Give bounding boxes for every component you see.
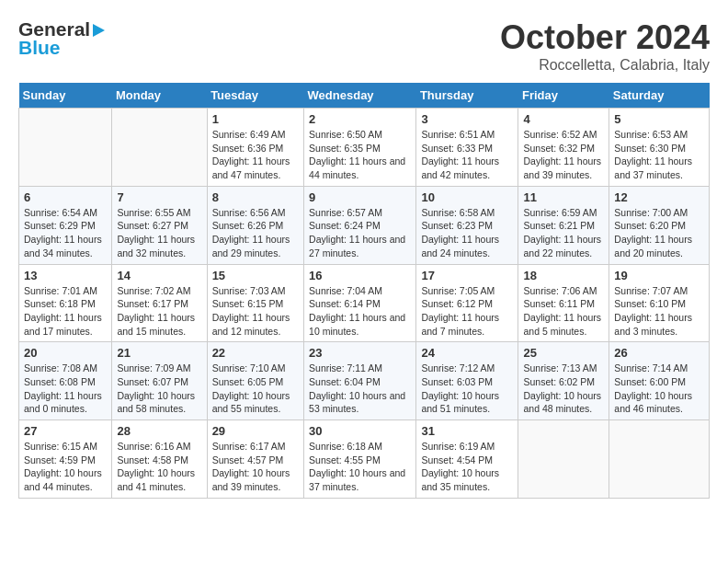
table-row: 14Sunrise: 7:02 AM Sunset: 6:17 PM Dayli… <box>112 264 207 342</box>
day-number: 5 <box>614 112 704 126</box>
day-number: 22 <box>212 346 299 360</box>
day-info: Sunrise: 6:15 AM Sunset: 4:59 PM Dayligh… <box>24 440 107 494</box>
day-info: Sunrise: 6:55 AM Sunset: 6:27 PM Dayligh… <box>117 206 201 260</box>
logo-blue: Blue <box>18 37 61 59</box>
logo-arrow-icon <box>93 24 105 37</box>
day-number: 30 <box>309 424 411 438</box>
table-row: 17Sunrise: 7:05 AM Sunset: 6:12 PM Dayli… <box>416 264 518 342</box>
day-number: 17 <box>421 269 513 282</box>
day-number: 16 <box>309 269 411 282</box>
table-row: 2Sunrise: 6:50 AM Sunset: 6:35 PM Daylig… <box>304 109 416 187</box>
day-number: 4 <box>523 112 604 126</box>
day-number: 6 <box>24 190 107 204</box>
day-number: 29 <box>212 424 299 438</box>
day-info: Sunrise: 7:02 AM Sunset: 6:17 PM Dayligh… <box>117 284 201 339</box>
col-monday: Monday <box>112 83 207 109</box>
day-number: 26 <box>614 346 704 360</box>
table-row: 30Sunrise: 6:18 AM Sunset: 4:55 PM Dayli… <box>304 420 416 499</box>
day-info: Sunrise: 6:52 AM Sunset: 6:32 PM Dayligh… <box>523 128 604 182</box>
table-row: 18Sunrise: 7:06 AM Sunset: 6:11 PM Dayli… <box>518 264 609 342</box>
day-number: 8 <box>212 190 299 204</box>
day-info: Sunrise: 7:11 AM Sunset: 6:04 PM Dayligh… <box>309 362 411 416</box>
table-row: 29Sunrise: 6:17 AM Sunset: 4:57 PM Dayli… <box>207 420 303 499</box>
day-info: Sunrise: 7:12 AM Sunset: 6:03 PM Dayligh… <box>421 362 513 416</box>
calendar-week-row: 20Sunrise: 7:08 AM Sunset: 6:08 PM Dayli… <box>19 342 710 420</box>
table-row: 28Sunrise: 6:16 AM Sunset: 4:58 PM Dayli… <box>112 420 207 499</box>
day-info: Sunrise: 6:49 AM Sunset: 6:36 PM Dayligh… <box>212 128 299 182</box>
day-info: Sunrise: 6:56 AM Sunset: 6:26 PM Dayligh… <box>212 206 299 260</box>
day-info: Sunrise: 6:51 AM Sunset: 6:33 PM Dayligh… <box>421 128 513 182</box>
table-row: 21Sunrise: 7:09 AM Sunset: 6:07 PM Dayli… <box>112 342 207 420</box>
calendar-week-row: 1Sunrise: 6:49 AM Sunset: 6:36 PM Daylig… <box>19 109 710 187</box>
col-thursday: Thursday <box>416 83 518 109</box>
day-info: Sunrise: 7:01 AM Sunset: 6:18 PM Dayligh… <box>24 284 107 339</box>
day-number: 14 <box>117 269 201 282</box>
table-row: 9Sunrise: 6:57 AM Sunset: 6:24 PM Daylig… <box>304 186 416 264</box>
day-info: Sunrise: 6:54 AM Sunset: 6:29 PM Dayligh… <box>24 206 107 260</box>
calendar-week-row: 27Sunrise: 6:15 AM Sunset: 4:59 PM Dayli… <box>19 420 710 499</box>
day-info: Sunrise: 6:57 AM Sunset: 6:24 PM Dayligh… <box>309 206 411 260</box>
table-row: 25Sunrise: 7:13 AM Sunset: 6:02 PM Dayli… <box>518 342 609 420</box>
day-number: 21 <box>117 346 201 360</box>
table-row: 3Sunrise: 6:51 AM Sunset: 6:33 PM Daylig… <box>416 109 518 187</box>
day-info: Sunrise: 7:07 AM Sunset: 6:10 PM Dayligh… <box>614 284 704 339</box>
table-row: 15Sunrise: 7:03 AM Sunset: 6:15 PM Dayli… <box>207 264 303 342</box>
day-info: Sunrise: 7:09 AM Sunset: 6:07 PM Dayligh… <box>117 362 201 416</box>
table-row: 6Sunrise: 6:54 AM Sunset: 6:29 PM Daylig… <box>19 186 112 264</box>
calendar-header-row: Sunday Monday Tuesday Wednesday Thursday… <box>19 83 710 109</box>
day-number: 25 <box>523 346 604 360</box>
day-info: Sunrise: 6:59 AM Sunset: 6:21 PM Dayligh… <box>523 206 604 260</box>
day-number: 13 <box>24 269 107 282</box>
table-row: 13Sunrise: 7:01 AM Sunset: 6:18 PM Dayli… <box>19 264 112 342</box>
calendar-week-row: 6Sunrise: 6:54 AM Sunset: 6:29 PM Daylig… <box>19 186 710 264</box>
day-number: 27 <box>24 424 107 438</box>
day-number: 23 <box>309 346 411 360</box>
col-wednesday: Wednesday <box>304 83 416 109</box>
table-row: 26Sunrise: 7:14 AM Sunset: 6:00 PM Dayli… <box>609 342 710 420</box>
table-row: 11Sunrise: 6:59 AM Sunset: 6:21 PM Dayli… <box>518 186 609 264</box>
day-info: Sunrise: 6:16 AM Sunset: 4:58 PM Dayligh… <box>117 440 201 494</box>
logo: General Blue <box>18 18 105 59</box>
day-info: Sunrise: 6:19 AM Sunset: 4:54 PM Dayligh… <box>421 440 513 494</box>
day-info: Sunrise: 6:17 AM Sunset: 4:57 PM Dayligh… <box>212 440 299 494</box>
day-number: 10 <box>421 190 513 204</box>
table-row: 20Sunrise: 7:08 AM Sunset: 6:08 PM Dayli… <box>19 342 112 420</box>
day-info: Sunrise: 7:00 AM Sunset: 6:20 PM Dayligh… <box>614 206 704 260</box>
day-info: Sunrise: 6:53 AM Sunset: 6:30 PM Dayligh… <box>614 128 704 182</box>
table-row <box>518 420 609 499</box>
day-info: Sunrise: 7:03 AM Sunset: 6:15 PM Dayligh… <box>212 284 299 339</box>
day-number: 24 <box>421 346 513 360</box>
day-number: 12 <box>614 190 704 204</box>
location: Roccelletta, Calabria, Italy <box>500 57 710 74</box>
day-number: 2 <box>309 112 411 126</box>
page-header: General Blue October 2024 Roccelletta, C… <box>18 18 710 74</box>
table-row: 19Sunrise: 7:07 AM Sunset: 6:10 PM Dayli… <box>609 264 710 342</box>
day-info: Sunrise: 7:10 AM Sunset: 6:05 PM Dayligh… <box>212 362 299 416</box>
table-row: 27Sunrise: 6:15 AM Sunset: 4:59 PM Dayli… <box>19 420 112 499</box>
title-section: October 2024 Roccelletta, Calabria, Ital… <box>500 18 710 74</box>
table-row: 5Sunrise: 6:53 AM Sunset: 6:30 PM Daylig… <box>609 109 710 187</box>
day-number: 20 <box>24 346 107 360</box>
table-row: 8Sunrise: 6:56 AM Sunset: 6:26 PM Daylig… <box>207 186 303 264</box>
day-number: 28 <box>117 424 201 438</box>
day-info: Sunrise: 7:05 AM Sunset: 6:12 PM Dayligh… <box>421 284 513 339</box>
col-tuesday: Tuesday <box>207 83 303 109</box>
day-number: 11 <box>523 190 604 204</box>
table-row: 24Sunrise: 7:12 AM Sunset: 6:03 PM Dayli… <box>416 342 518 420</box>
day-number: 3 <box>421 112 513 126</box>
table-row <box>112 109 207 187</box>
day-number: 9 <box>309 190 411 204</box>
calendar-week-row: 13Sunrise: 7:01 AM Sunset: 6:18 PM Dayli… <box>19 264 710 342</box>
day-number: 18 <box>523 269 604 282</box>
table-row: 23Sunrise: 7:11 AM Sunset: 6:04 PM Dayli… <box>304 342 416 420</box>
table-row: 4Sunrise: 6:52 AM Sunset: 6:32 PM Daylig… <box>518 109 609 187</box>
day-info: Sunrise: 6:58 AM Sunset: 6:23 PM Dayligh… <box>421 206 513 260</box>
day-info: Sunrise: 7:06 AM Sunset: 6:11 PM Dayligh… <box>523 284 604 339</box>
col-saturday: Saturday <box>609 83 710 109</box>
day-info: Sunrise: 7:13 AM Sunset: 6:02 PM Dayligh… <box>523 362 604 416</box>
table-row: 7Sunrise: 6:55 AM Sunset: 6:27 PM Daylig… <box>112 186 207 264</box>
table-row: 10Sunrise: 6:58 AM Sunset: 6:23 PM Dayli… <box>416 186 518 264</box>
day-info: Sunrise: 7:08 AM Sunset: 6:08 PM Dayligh… <box>24 362 107 416</box>
col-sunday: Sunday <box>19 83 112 109</box>
day-number: 1 <box>212 112 299 126</box>
